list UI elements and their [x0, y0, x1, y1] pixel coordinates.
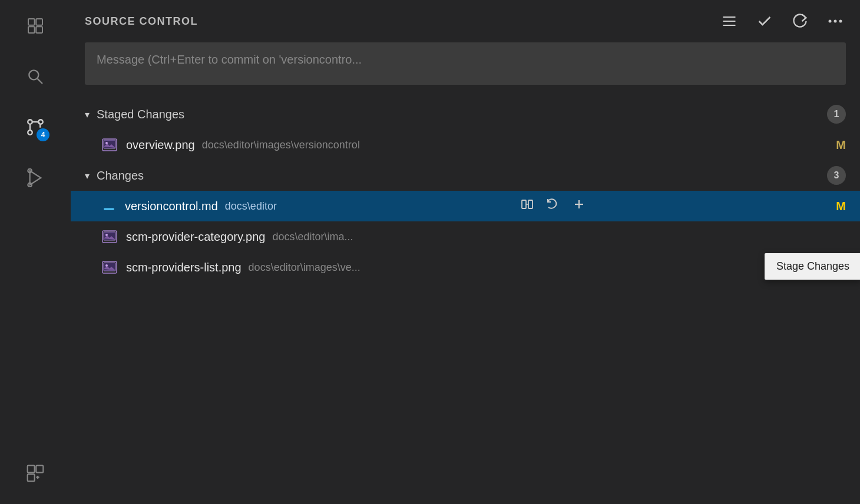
- sidebar-item-extensions[interactable]: [19, 457, 52, 490]
- staged-changes-count: 1: [827, 105, 846, 124]
- image-file-icon: [101, 137, 118, 153]
- changes-header[interactable]: ▾ Changes 3: [71, 160, 860, 191]
- svg-point-20: [839, 20, 842, 23]
- staged-changes-label: Staged Changes: [97, 108, 827, 121]
- svg-rect-25: [522, 200, 526, 208]
- stage-changes-tooltip: Stage Changes: [765, 253, 860, 280]
- panel-title: SOURCE CONTROL: [85, 15, 719, 28]
- open-changes-icon[interactable]: [517, 196, 538, 216]
- changed-filepath-versioncontrol: docs\editor: [225, 200, 277, 213]
- commit-message-input[interactable]: [85, 42, 846, 85]
- svg-rect-2: [28, 26, 35, 33]
- svg-rect-13: [36, 466, 43, 473]
- changed-filename-scm-providers-list: scm-providers-list.png: [126, 261, 242, 274]
- staged-changes-header[interactable]: ▾ Staged Changes 1: [71, 99, 860, 130]
- changed-status-versioncontrol: M: [829, 200, 846, 213]
- source-control-badge: 4: [37, 128, 49, 141]
- changed-filename-scm-provider-category: scm-provider-category.png: [126, 230, 265, 244]
- svg-point-6: [28, 120, 32, 124]
- activity-bar: 4: [0, 0, 71, 504]
- svg-rect-26: [528, 200, 532, 208]
- changes-count: 3: [827, 166, 846, 185]
- svg-rect-3: [36, 26, 42, 33]
- commit-button[interactable]: [754, 11, 775, 32]
- toggle-inline-view-button[interactable]: [719, 11, 740, 32]
- changes-chevron: ▾: [85, 170, 90, 181]
- changed-filepath-scm-providers-list: docs\editor\images\ve...: [249, 261, 360, 274]
- image-file-icon-2: [101, 228, 118, 245]
- changed-filepath-scm-provider-category: docs\editor\ima...: [272, 231, 353, 243]
- svg-point-19: [834, 20, 837, 23]
- svg-rect-1: [36, 19, 42, 25]
- svg-rect-24: [104, 208, 114, 210]
- refresh-button[interactable]: [789, 11, 811, 32]
- changes-section: ▾ Changes 3 versioncontrol.md docs\edito…: [71, 160, 860, 283]
- changes-label: Changes: [97, 169, 827, 183]
- staged-changes-chevron: ▾: [85, 109, 90, 120]
- staged-filepath-overview: docs\editor\images\versioncontrol: [202, 139, 360, 151]
- staged-status-overview: M: [829, 138, 846, 152]
- svg-marker-9: [30, 171, 41, 185]
- staged-filename-overview: overview.png: [126, 138, 195, 152]
- versioncontrol-actions: [517, 196, 590, 216]
- svg-line-5: [37, 78, 42, 84]
- svg-rect-14: [28, 474, 35, 481]
- image-file-icon-3: [101, 259, 118, 276]
- changed-file-versioncontrol-md[interactable]: versioncontrol.md docs\editor: [71, 191, 860, 221]
- changed-file-scm-provider-category[interactable]: scm-provider-category.png docs\editor\im…: [71, 221, 860, 252]
- staged-file-overview-png[interactable]: overview.png docs\editor\images\versionc…: [71, 130, 860, 160]
- svg-rect-0: [28, 19, 35, 25]
- merge-conflict-icon: [101, 197, 117, 216]
- staged-changes-section: ▾ Staged Changes 1 overview.png docs\edi…: [71, 99, 860, 160]
- changed-filename-versioncontrol: versioncontrol.md: [125, 200, 218, 213]
- panel-header: SOURCE CONTROL: [71, 0, 860, 42]
- more-actions-button[interactable]: [825, 17, 846, 25]
- svg-point-18: [829, 20, 832, 23]
- header-actions: [719, 11, 846, 32]
- sidebar-item-explorer[interactable]: [19, 9, 52, 42]
- svg-point-4: [29, 70, 38, 79]
- stage-changes-plus-icon[interactable]: [568, 196, 590, 216]
- sidebar-item-run-debug[interactable]: [19, 161, 52, 194]
- source-control-panel: SOURCE CONTROL: [71, 0, 860, 504]
- svg-rect-12: [28, 466, 35, 473]
- sidebar-item-source-control[interactable]: 4: [19, 111, 52, 144]
- svg-point-7: [28, 130, 32, 135]
- changed-file-scm-providers-list[interactable]: scm-providers-list.png docs\editor\image…: [71, 252, 860, 283]
- commit-input-area: [71, 42, 860, 99]
- sidebar-item-search[interactable]: [19, 60, 52, 93]
- discard-changes-icon[interactable]: [543, 196, 564, 216]
